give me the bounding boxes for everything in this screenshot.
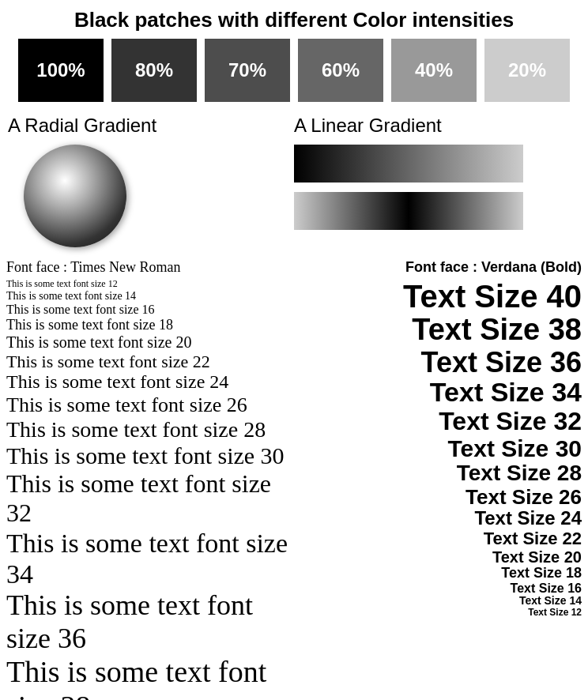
verdana-text-item: Text Size 32 (439, 408, 582, 435)
linear-section: A Linear Gradient (294, 115, 580, 251)
linear-bar-2 (294, 192, 523, 230)
times-text-item: This is some text font size 30 (6, 442, 299, 470)
verdana-text-item: Text Size 14 (519, 595, 582, 607)
times-section: Font face : Times New Roman This is some… (6, 259, 299, 700)
radial-section: A Radial Gradient (8, 115, 294, 251)
fonts-row: Font face : Times New Roman This is some… (0, 259, 588, 700)
color-patch: 60% (298, 39, 383, 102)
color-patch: 20% (484, 39, 570, 102)
times-text-item: This is some text font size 32 (6, 469, 299, 528)
times-text-item: This is some text font size 28 (6, 417, 299, 442)
times-text-item: This is some text font size 34 (6, 528, 299, 589)
verdana-text-item: Text Size 12 (528, 608, 582, 618)
times-text-item: This is some text font size 24 (6, 371, 299, 393)
times-text-item: This is some text font size 18 (6, 317, 299, 333)
radial-ball (24, 145, 126, 247)
linear-bar-1 (294, 145, 523, 183)
page-title: Black patches with different Color inten… (0, 0, 588, 39)
times-text-item: This is some text font size 14 (6, 290, 299, 303)
verdana-text-item: Text Size 36 (421, 347, 582, 378)
color-patch: 40% (391, 39, 477, 102)
times-text-item: This is some text font size 12 (6, 279, 299, 290)
times-text-item: This is some text font size 20 (6, 333, 299, 352)
verdana-text-item: Text Size 34 (430, 378, 582, 407)
verdana-text-item: Text Size 22 (484, 529, 582, 548)
patches-row: 100%80%70%60%40%20% (0, 39, 588, 115)
gradients-row: A Radial Gradient A Linear Gradient (0, 115, 588, 259)
times-text-item: This is some text font size 22 (6, 352, 299, 371)
verdana-face-label: Font face : Verdana (Bold) (299, 259, 582, 276)
color-patch: 70% (205, 39, 290, 102)
times-text-item: This is some text font size 26 (6, 393, 299, 417)
verdana-text-item: Text Size 26 (466, 486, 582, 509)
color-patch: 80% (111, 39, 197, 102)
times-text-item: This is some text font size 16 (6, 303, 299, 317)
verdana-text-item: Text Size 20 (492, 548, 582, 566)
radial-title: A Radial Gradient (8, 115, 294, 137)
verdana-text-item: Text Size 18 (501, 566, 582, 581)
times-text-item: This is some text font size 36 (6, 589, 299, 655)
verdana-text-item: Text Size 40 (403, 279, 582, 314)
verdana-text-item: Text Size 38 (412, 314, 582, 347)
verdana-text-item: Text Size 24 (474, 508, 582, 529)
verdana-section: Font face : Verdana (Bold) Text Size 40T… (299, 259, 582, 700)
verdana-text-item: Text Size 28 (457, 461, 582, 486)
times-text-list: This is some text font size 12This is so… (6, 279, 299, 700)
verdana-text-item: Text Size 16 (511, 581, 582, 596)
times-text-item: This is some text font size 38 (6, 655, 299, 700)
verdana-text-list: Text Size 40Text Size 38Text Size 36Text… (299, 279, 582, 618)
verdana-text-item: Text Size 30 (447, 435, 582, 461)
linear-title: A Linear Gradient (294, 115, 580, 137)
color-patch: 100% (18, 39, 104, 102)
times-face-label: Font face : Times New Roman (6, 259, 299, 276)
linear-bars (294, 145, 580, 230)
